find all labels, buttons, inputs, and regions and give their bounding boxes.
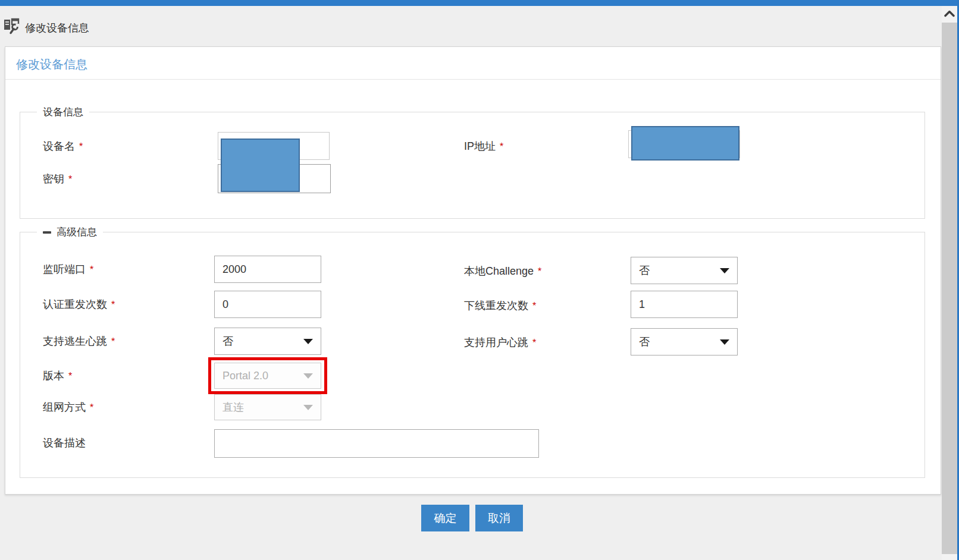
required-asterisk: * (90, 402, 93, 413)
auth-resend-label: 认证重发次数* (43, 297, 115, 313)
networking-mode-value: 直连 (222, 400, 244, 414)
escape-heartbeat-label: 支持逃生心跳* (43, 334, 115, 350)
required-asterisk: * (111, 300, 115, 310)
networking-mode-label: 组网方式* (43, 399, 93, 416)
required-asterisk: * (532, 338, 536, 348)
required-asterisk: * (79, 141, 83, 152)
offline-resend-input[interactable] (631, 291, 738, 318)
chevron-down-icon (720, 339, 729, 345)
required-asterisk: * (68, 174, 72, 184)
auth-resend-input[interactable] (214, 291, 321, 318)
page-header: 修改设备信息 (4, 18, 89, 37)
escape-heartbeat-select[interactable]: 否 (214, 328, 321, 355)
required-asterisk: * (68, 371, 72, 381)
chevron-down-icon (303, 373, 313, 379)
required-asterisk: * (532, 301, 536, 311)
version-value: Portal 2.0 (222, 370, 268, 382)
vertical-scrollbar-thumb[interactable] (942, 23, 957, 554)
secret-key-label: 密钥* (43, 171, 72, 187)
ip-address-label: IP地址* (464, 139, 503, 155)
device-name-label: 设备名* (43, 139, 83, 155)
listen-port-label: 监听端口* (43, 262, 93, 278)
panel-title: 修改设备信息 (16, 56, 87, 73)
networking-mode-select: 直连 (214, 394, 321, 420)
device-desc-label: 设备描述 (43, 435, 86, 451)
device-edit-icon (4, 18, 20, 37)
redaction-overlay-ip-address (631, 126, 739, 161)
advanced-info-legend[interactable]: 高级信息 (37, 225, 103, 239)
user-heartbeat-label: 支持用户心跳* (464, 335, 536, 351)
local-challenge-label: 本地Challenge* (464, 263, 541, 279)
device-info-legend: 设备信息 (37, 105, 89, 119)
local-challenge-value: 否 (639, 263, 650, 278)
advanced-info-legend-text: 高级信息 (57, 225, 97, 239)
device-info-legend-text: 设备信息 (43, 105, 83, 119)
listen-port-input[interactable] (214, 256, 321, 283)
offline-resend-label: 下线重发次数* (464, 298, 536, 314)
required-asterisk: * (111, 336, 115, 347)
redaction-overlay-device-name-key (221, 139, 300, 192)
required-asterisk: * (500, 141, 503, 152)
local-challenge-select[interactable]: 否 (631, 257, 738, 284)
top-accent-bar (0, 0, 959, 6)
version-label: 版本* (43, 368, 72, 384)
chevron-down-icon (303, 405, 313, 410)
panel-title-divider (5, 79, 941, 80)
device-desc-input[interactable] (214, 429, 539, 458)
user-heartbeat-select[interactable]: 否 (631, 328, 738, 355)
ok-button[interactable]: 确定 (421, 505, 469, 531)
version-select: Portal 2.0 (214, 363, 321, 389)
escape-heartbeat-value: 否 (222, 334, 233, 348)
required-asterisk: * (538, 266, 541, 276)
chevron-down-icon (720, 268, 729, 273)
chevron-up-icon (944, 9, 955, 20)
cancel-button[interactable]: 取消 (475, 505, 523, 531)
page-title: 修改设备信息 (25, 21, 89, 35)
user-heartbeat-value: 否 (639, 335, 650, 349)
scrollbar-up-button[interactable] (942, 6, 957, 23)
required-asterisk: * (90, 265, 93, 275)
device-info-fieldset: 设备信息 (20, 112, 925, 219)
chevron-down-icon (303, 339, 313, 344)
collapse-minus-icon[interactable] (43, 231, 51, 234)
